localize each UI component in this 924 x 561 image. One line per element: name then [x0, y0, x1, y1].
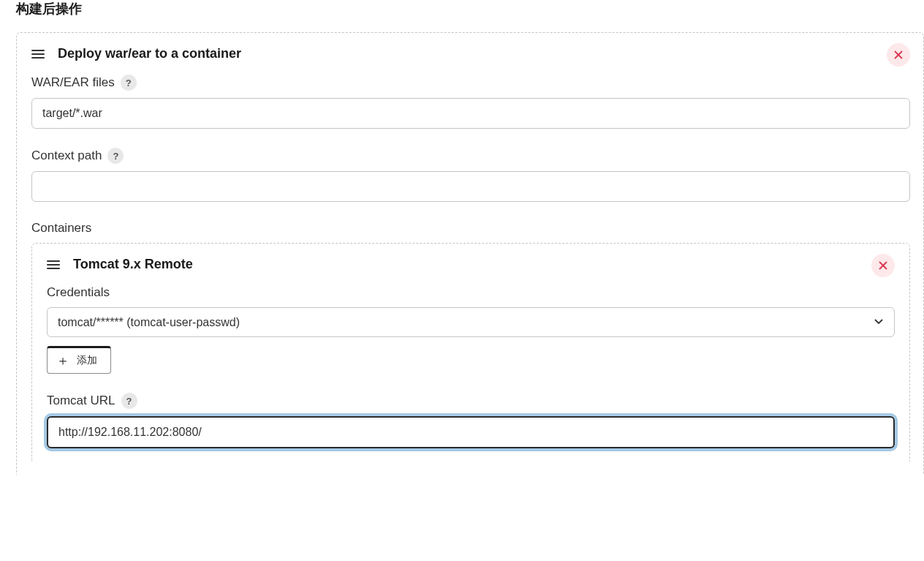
deploy-block-header: Deploy war/ear to a container [31, 46, 910, 61]
close-icon [893, 50, 904, 60]
plus-icon: ＋ [56, 354, 69, 367]
credentials-select-wrap: tomcat/****** (tomcat-user-passwd) [47, 307, 895, 337]
deploy-block-title: Deploy war/ear to a container [58, 46, 241, 61]
help-icon[interactable]: ? [121, 75, 137, 91]
drag-handle-icon[interactable] [47, 259, 60, 271]
tomcat-url-field: Tomcat URL ? [47, 393, 895, 448]
tomcat-url-label: Tomcat URL [47, 394, 116, 408]
add-button-label: 添加 [77, 354, 97, 367]
section-title: 构建后操作 [0, 0, 924, 32]
tomcat-url-input[interactable] [47, 416, 895, 448]
context-path-field: Context path ? [31, 148, 910, 202]
war-ear-input[interactable] [31, 98, 910, 129]
context-path-label-row: Context path ? [31, 148, 910, 164]
context-path-label: Context path [31, 148, 102, 163]
tomcat-url-label-row: Tomcat URL ? [47, 393, 895, 409]
containers-field: Containers Tomcat 9.x Remote Credentials… [31, 221, 910, 462]
add-credentials-button[interactable]: ＋ 添加 [47, 346, 111, 374]
containers-label: Containers [31, 221, 910, 236]
deploy-block: Deploy war/ear to a container WAR/EAR fi… [16, 32, 924, 475]
help-icon[interactable]: ? [107, 148, 124, 164]
war-ear-label: WAR/EAR files [31, 75, 115, 90]
drag-handle-icon[interactable] [31, 48, 45, 60]
container-block-title: Tomcat 9.x Remote [73, 257, 193, 272]
close-container-block-button[interactable] [871, 254, 895, 277]
container-block-header: Tomcat 9.x Remote [47, 257, 895, 272]
context-path-input[interactable] [31, 171, 910, 202]
credentials-field: Credentials tomcat/****** (tomcat-user-p… [47, 285, 895, 374]
credentials-select[interactable]: tomcat/****** (tomcat-user-passwd) [47, 307, 895, 337]
close-deploy-block-button[interactable] [887, 43, 910, 67]
container-block: Tomcat 9.x Remote Credentials tomcat/***… [31, 243, 910, 462]
help-icon[interactable]: ? [121, 393, 137, 409]
war-ear-field: WAR/EAR files ? [31, 75, 910, 129]
credentials-label: Credentials [47, 285, 895, 300]
war-ear-label-row: WAR/EAR files ? [31, 75, 910, 91]
close-icon [878, 260, 888, 271]
